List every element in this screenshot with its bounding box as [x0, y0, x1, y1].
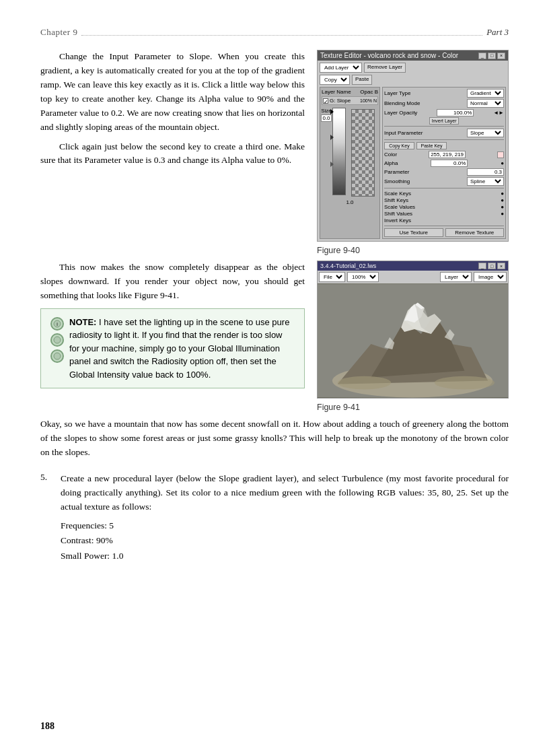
- render-win-btns: _ □ ×: [478, 263, 505, 269]
- frequencies-value: 5: [109, 520, 114, 530]
- layer-opacity-value: 100.0%: [437, 109, 474, 116]
- texture-editor-titlebar: Texture Editor - volcano rock and snow -…: [318, 50, 508, 61]
- note-symbol-icon: i: [53, 320, 61, 328]
- svg-point-13: [338, 376, 391, 390]
- shift-values-btn[interactable]: ●: [501, 211, 504, 217]
- add-layer-select[interactable]: Add Layer: [320, 63, 362, 73]
- col-opac: Opac B: [360, 89, 378, 95]
- layer-opacity-row: Layer Opacity 100.0% ◄►: [384, 109, 504, 116]
- paste-key-btn[interactable]: Paste Key: [416, 142, 447, 149]
- te-toolbar-2: Copy Paste: [320, 75, 506, 85]
- render-toolbar: File 100% Layer Image: [318, 271, 508, 283]
- header-dots-decoration: [81, 29, 482, 36]
- color-swatch[interactable]: [497, 151, 504, 158]
- note-symbol-icon-3: [53, 352, 61, 360]
- layer-opacity: 100%: [360, 98, 372, 103]
- layer-type-select[interactable]: Gradient: [467, 89, 504, 98]
- input-param-label: Input Parameter: [384, 130, 423, 136]
- gradient-ramp: [332, 108, 346, 198]
- input-param-select[interactable]: Slope: [467, 129, 504, 137]
- paragraph-3: This now makes the snow completely disap…: [40, 261, 305, 303]
- render-file-select[interactable]: File: [319, 272, 345, 282]
- close-button[interactable]: ×: [497, 53, 505, 59]
- render-close-btn[interactable]: ×: [497, 263, 505, 269]
- minimize-button[interactable]: _: [478, 53, 486, 59]
- scale-keys-btn[interactable]: ●: [501, 191, 504, 197]
- paragraph-2: Click again just below the second key to…: [40, 140, 305, 168]
- layer-opacity-label: Layer Opacity: [384, 110, 417, 116]
- smoothing-row: Smoothing Spline: [384, 177, 504, 186]
- smoothing-select[interactable]: Spline: [467, 177, 504, 186]
- copy-key-btn[interactable]: Copy Key: [384, 142, 414, 149]
- key-buttons: Copy Key Paste Key: [384, 142, 504, 149]
- small-power-label: Small Power:: [61, 551, 110, 561]
- shift-keys-btn[interactable]: ●: [501, 197, 504, 203]
- note-symbol-icon-2: [53, 336, 61, 344]
- scale-keys-label: Scale Keys: [384, 191, 411, 197]
- layer-blend: N: [373, 98, 377, 103]
- checkered-preview: [351, 109, 375, 197]
- render-image: [318, 283, 508, 398]
- bottom-bar: Use Texture Remove Texture: [384, 228, 504, 237]
- te-layer-row: ✓ G: Slope 100% N: [322, 96, 378, 105]
- blending-mode-select[interactable]: Normal: [467, 99, 504, 108]
- opacity-arrows[interactable]: ◄►: [493, 110, 504, 116]
- render-minimize-btn[interactable]: _: [478, 263, 486, 269]
- contrast-line: Contrast: 90%: [61, 533, 509, 549]
- right-col-2: 3.4.4-Tutorial_02.lws _ □ × File 100%: [317, 261, 509, 417]
- render-image-select[interactable]: Image: [474, 272, 507, 282]
- page: Chapter 9 Part 3 Change the Input Parame…: [0, 0, 549, 756]
- small-power-value: 1.0: [112, 551, 124, 561]
- texture-editor-title: Texture Editor - volcano rock and snow -…: [320, 52, 458, 59]
- left-col-2: This now makes the snow completely disap…: [40, 261, 305, 394]
- shift-values-label: Shift Values: [384, 211, 412, 217]
- alpha-btn[interactable]: ●: [501, 160, 504, 166]
- item-number: 5.: [40, 472, 54, 565]
- maximize-button[interactable]: □: [488, 53, 496, 59]
- gradient-markers: Size 0.0: [322, 108, 331, 198]
- invert-layer-btn[interactable]: Invert Layer: [384, 118, 504, 124]
- parameter-row: Parameter 0.3: [384, 168, 504, 176]
- invert-layer-label[interactable]: Invert Layer: [429, 117, 460, 125]
- svg-point-2: [54, 337, 61, 343]
- render-maximize-btn[interactable]: □: [488, 263, 496, 269]
- render-titlebar: 3.4.4-Tutorial_02.lws _ □ ×: [318, 261, 508, 271]
- color-value: 255, 219, 219: [429, 151, 466, 158]
- divider-1: [384, 126, 504, 127]
- scale-values-btn[interactable]: ●: [501, 204, 504, 210]
- copy-select[interactable]: Copy: [320, 75, 350, 85]
- alpha-label: Alpha: [384, 160, 398, 166]
- te-settings-panel: Layer Type Gradient Blending Mode Normal: [382, 87, 506, 239]
- note-inner: i: [50, 316, 295, 382]
- contrast-value: 90%: [96, 535, 113, 545]
- remove-layer-btn[interactable]: Remove Layer: [364, 63, 406, 73]
- use-texture-btn[interactable]: Use Texture: [384, 228, 443, 237]
- texture-editor-content: Add Layer Remove Layer Copy Paste: [318, 61, 508, 241]
- gradient-ramp-visual: [332, 108, 346, 195]
- note-box: i: [40, 308, 305, 389]
- shift-keys-label: Shift Keys: [384, 197, 408, 203]
- note-icon-1: i: [50, 317, 64, 331]
- divider-2: [384, 139, 504, 140]
- parameter-label: Parameter: [384, 169, 409, 175]
- remove-texture-btn[interactable]: Remove Texture: [445, 228, 505, 237]
- alpha-value: 0.0%: [431, 160, 468, 167]
- layer-type-label: Layer Type: [384, 90, 410, 96]
- paste-btn[interactable]: Paste: [352, 75, 372, 85]
- svg-point-3: [54, 353, 61, 359]
- parameter-value: 0.3: [467, 168, 504, 176]
- note-icon-2: [50, 333, 64, 347]
- render-layer-select[interactable]: Layer: [440, 272, 472, 282]
- render-zoom-select[interactable]: 100%: [347, 272, 379, 282]
- size-value: 0.0: [321, 114, 331, 122]
- figure-41-caption: Figure 9-41: [317, 403, 509, 412]
- invert-keys-label: Invert Keys: [384, 217, 411, 224]
- blending-mode-row: Blending Mode Normal: [384, 99, 504, 108]
- frequencies-line: Frequencies: 5: [61, 518, 509, 534]
- small-power-line: Small Power: 1.0: [61, 549, 509, 564]
- layer-checkbox[interactable]: ✓: [323, 98, 328, 104]
- te-toolbar: Add Layer Remove Layer: [320, 63, 506, 73]
- layer-name: G: Slope: [330, 98, 359, 104]
- left-column: Change the Input Parameter to Slope. Whe…: [40, 50, 305, 173]
- figure-40-box: Texture Editor - volcano rock and snow -…: [317, 50, 509, 242]
